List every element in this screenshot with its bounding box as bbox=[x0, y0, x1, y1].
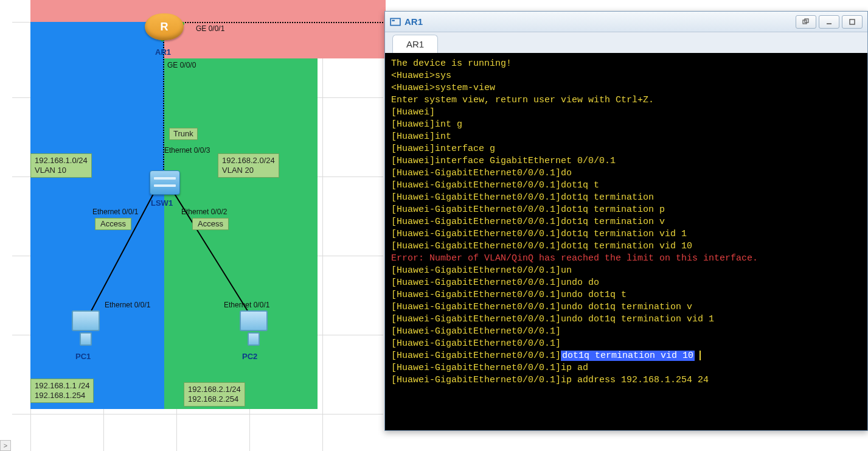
terminal-line: [Huawei]int bbox=[391, 131, 861, 143]
port-ge000: GE 0/0/0 bbox=[167, 61, 196, 69]
terminal-line: [Huawei-GigabitEthernet0/0/0.1]dot1q ter… bbox=[391, 228, 861, 240]
terminal-line: Enter system view, return user view with… bbox=[391, 94, 861, 107]
maximize-button[interactable] bbox=[842, 15, 863, 29]
terminal-line: [Huawei-GigabitEthernet0/0/0.1]ip addres… bbox=[391, 374, 861, 386]
terminal-line: [Huawei-GigabitEthernet0/0/0.1]dot1q ter… bbox=[391, 350, 861, 362]
info-vlan10: 192.168.1.0/24 VLAN 10 bbox=[30, 153, 92, 178]
zone-green bbox=[164, 58, 318, 409]
link-ar1-ge001[interactable] bbox=[182, 22, 386, 23]
terminal-selection: dot1q termination vid 10 bbox=[561, 351, 695, 361]
terminal-line: <Huawei>system-view bbox=[391, 82, 861, 94]
terminal-line: <Huawei>sys bbox=[391, 70, 861, 82]
minimize-button[interactable] bbox=[819, 15, 839, 29]
label-pc1: PC1 bbox=[75, 352, 91, 361]
grid-line bbox=[12, 414, 383, 414]
terminal-line: [Huawei-GigabitEthernet0/0/0.1]un bbox=[391, 265, 861, 277]
label-access-left: Access bbox=[95, 218, 131, 230]
terminal-line: [Huawei]interface g bbox=[391, 143, 861, 155]
terminal-line: The device is running! bbox=[391, 58, 861, 70]
svg-rect-5 bbox=[850, 19, 855, 24]
terminal-line: [Huawei] bbox=[391, 107, 861, 119]
terminal-output[interactable]: The device is running!<Huawei>sys<Huawei… bbox=[385, 53, 867, 430]
label-pc2: PC2 bbox=[242, 352, 257, 361]
terminal-line: [Huawei-GigabitEthernet0/0/0.1]dot1q ter… bbox=[391, 216, 861, 228]
terminal-line: [Huawei-GigabitEthernet0/0/0.1] bbox=[391, 338, 861, 350]
device-pc1[interactable] bbox=[68, 310, 103, 349]
info-pc1: 192.168.1.1 /24 192.168.1.254 bbox=[30, 379, 94, 403]
terminal-line: [Huawei-GigabitEthernet0/0/0.1]dot1q ter… bbox=[391, 204, 861, 216]
terminal-window[interactable]: AR1 AR1 The device is running!<Huawei>sy… bbox=[384, 11, 868, 431]
svg-rect-1 bbox=[392, 19, 395, 21]
info-vlan20: 192.168.2.0/24 VLAN 20 bbox=[218, 153, 279, 178]
port-eth001-pc1: Ethernet 0/0/1 bbox=[105, 301, 150, 309]
terminal-line: [Huawei-GigabitEthernet0/0/0.1]undo dot1… bbox=[391, 313, 861, 326]
port-eth001-pc2: Ethernet 0/0/1 bbox=[224, 301, 269, 309]
terminal-line: [Huawei]interface GigabitEthernet 0/0/0.… bbox=[391, 155, 861, 167]
label-trunk: Trunk bbox=[169, 128, 198, 140]
tabbar: AR1 bbox=[385, 32, 867, 53]
router-letter: R bbox=[161, 21, 168, 33]
terminal-line: [Huawei-GigabitEthernet0/0/0.1]undo dot1… bbox=[391, 301, 861, 313]
window-title: AR1 bbox=[404, 16, 793, 27]
port-eth002-lsw1: Ethernet 0/0/2 bbox=[181, 208, 227, 216]
titlebar[interactable]: AR1 bbox=[385, 12, 867, 32]
terminal-line: [Huawei-GigabitEthernet0/0/0.1]do bbox=[391, 167, 861, 180]
device-pc2[interactable] bbox=[236, 310, 271, 349]
terminal-line: Error: Number of VLAN/QinQ has reached t… bbox=[391, 253, 861, 265]
restore-group-button[interactable] bbox=[796, 15, 816, 29]
terminal-line: [Huawei-GigabitEthernet0/0/0.1]undo do bbox=[391, 277, 861, 289]
tab-label: AR1 bbox=[406, 39, 424, 49]
terminal-line: [Huawei-GigabitEthernet0/0/0.1]dot1q ter… bbox=[391, 240, 861, 253]
label-ar1: AR1 bbox=[155, 47, 171, 57]
topology-canvas[interactable]: R AR1 LSW1 PC1 PC2 GE 0/0/1 GE 0/0/0 Tru… bbox=[12, 0, 383, 451]
device-switch-lsw1[interactable] bbox=[150, 170, 180, 195]
label-access-right: Access bbox=[192, 218, 229, 230]
grid-line bbox=[322, 0, 323, 451]
port-eth001-lsw1: Ethernet 0/0/1 bbox=[92, 208, 138, 216]
terminal-line: [Huawei-GigabitEthernet0/0/0.1]dot1q t bbox=[391, 180, 861, 192]
terminal-line: [Huawei-GigabitEthernet0/0/0.1] bbox=[391, 326, 861, 338]
terminal-line: [Huawei-GigabitEthernet0/0/0.1]dot1q ter… bbox=[391, 192, 861, 204]
terminal-line: [Huawei-GigabitEthernet0/0/0.1]ip ad bbox=[391, 362, 861, 374]
port-ge001: GE 0/0/1 bbox=[196, 24, 224, 33]
terminal-line: [Huawei-GigabitEthernet0/0/0.1]undo dot1… bbox=[391, 289, 861, 301]
port-eth003: Ethernet 0/0/3 bbox=[164, 146, 210, 155]
tab-ar1[interactable]: AR1 bbox=[392, 35, 438, 53]
terminal-line: [Huawei]int g bbox=[391, 119, 861, 131]
app-icon bbox=[390, 16, 401, 27]
label-lsw1: LSW1 bbox=[151, 198, 173, 208]
terminal-cursor bbox=[700, 351, 701, 360]
info-pc2: 192.168.2.1/24 192.168.2.254 bbox=[184, 382, 245, 407]
svg-rect-0 bbox=[391, 18, 400, 25]
device-router-ar1[interactable]: R bbox=[145, 13, 184, 40]
scroll-corner-icon[interactable]: > bbox=[0, 440, 11, 451]
